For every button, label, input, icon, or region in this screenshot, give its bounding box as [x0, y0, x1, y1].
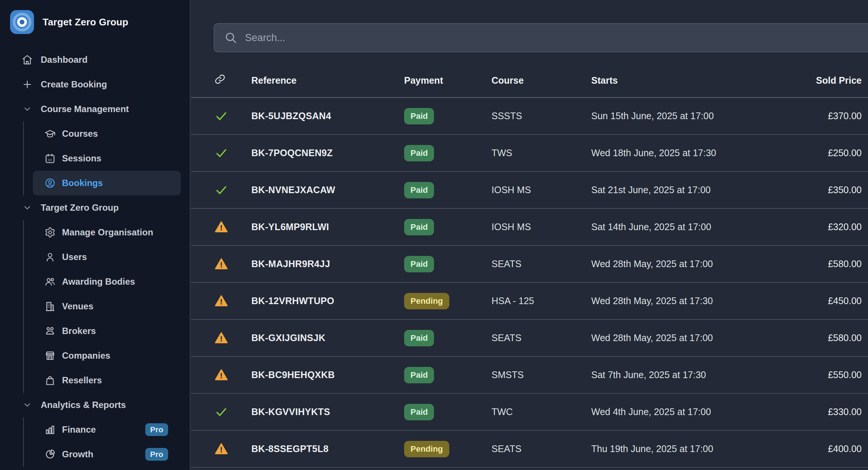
- sidebar-item-label: Brokers: [62, 326, 96, 336]
- payment-status-badge: Paid: [404, 219, 434, 235]
- starts-cell: Sat 21st June, 2025 at 17:00: [591, 185, 772, 195]
- table-row[interactable]: BK-7POQCNEN9Z Paid TWS Wed 18th June, 20…: [191, 135, 868, 172]
- row-status-cell: [214, 331, 251, 345]
- sidebar-item-dashboard[interactable]: Dashboard: [0, 47, 190, 72]
- column-header-starts: Starts: [591, 75, 772, 86]
- booking-reference: BK-KGVVIHYKTS: [251, 406, 404, 417]
- sidebar-item-companies[interactable]: Companies: [33, 343, 181, 368]
- sold-price-cell: £400.00: [772, 443, 862, 454]
- sidebar-item-label: Manage Organisation: [62, 227, 153, 238]
- user-icon: [44, 251, 56, 263]
- starts-cell: Wed 18th June, 2025 at 17:30: [591, 148, 772, 158]
- sidebar-item-label: Bookings: [62, 178, 103, 188]
- booking-reference: BK-YL6MP9RLWI: [251, 222, 404, 232]
- people-group-icon: [44, 325, 56, 337]
- brand: Target Zero Group: [0, 0, 190, 34]
- table-row[interactable]: BK-KGVVIHYKTS Paid TWC Wed 4th June, 202…: [191, 394, 868, 431]
- booking-reference: BK-GXIJGINSJK: [251, 333, 404, 343]
- sidebar-item-awarding-bodies[interactable]: Awarding Bodies: [33, 269, 181, 294]
- store-icon: [44, 350, 56, 362]
- sidebar-item-create-booking[interactable]: Create Booking: [0, 72, 190, 97]
- course-cell: SEATS: [492, 333, 591, 343]
- section-label: Target Zero Group: [41, 202, 119, 213]
- chevron-down-icon: [21, 399, 33, 411]
- row-status-cell: [214, 146, 251, 160]
- check-icon: [214, 183, 228, 197]
- table-row[interactable]: BK-NVNEJXACAW Paid IOSH MS Sat 21st June…: [191, 172, 868, 209]
- starts-cell: Sat 7th June, 2025 at 17:30: [591, 369, 772, 380]
- starts-cell: Wed 28th May, 2025 at 17:00: [591, 333, 772, 343]
- sidebar: Target Zero Group Dashboard Create Booki…: [0, 0, 190, 470]
- payment-status-badge: Paid: [404, 108, 434, 124]
- row-status-cell: [214, 257, 251, 271]
- sidebar-item-users[interactable]: Users: [33, 245, 181, 269]
- sold-price-cell: £370.00: [772, 111, 862, 121]
- user-circle-icon: [44, 177, 56, 189]
- sidebar-item-venues[interactable]: Venues: [33, 294, 181, 319]
- sidebar-section-analytics-reports[interactable]: Analytics & Reports: [0, 393, 190, 417]
- sidebar-item-bookings[interactable]: Bookings: [33, 171, 181, 195]
- starts-cell: Wed 4th June, 2025 at 17:00: [591, 406, 772, 417]
- check-icon: [214, 405, 228, 419]
- table-row[interactable]: BK-8SSEGPT5L8 Pending SEATS Thu 19th Jun…: [191, 431, 868, 468]
- table-row[interactable]: BK-GXIJGINSJK Paid SEATS Wed 28th May, 2…: [191, 320, 868, 357]
- main-content: Reference Payment Course Starts Sold Pri…: [191, 0, 868, 470]
- booking-reference: BK-MAJHR9R4JJ: [251, 259, 404, 269]
- warning-icon: [214, 257, 228, 271]
- calendar-icon: [44, 152, 56, 164]
- organisation-subgroup: Manage Organisation Users Awarding Bodie…: [23, 220, 190, 393]
- sidebar-item-sessions[interactable]: Sessions: [33, 146, 181, 171]
- row-status-cell: [214, 294, 251, 308]
- check-icon: [214, 109, 228, 123]
- sidebar-section-target-zero-group[interactable]: Target Zero Group: [0, 195, 190, 220]
- booking-reference: BK-8SSEGPT5L8: [251, 443, 404, 454]
- warning-icon: [214, 220, 228, 234]
- sidebar-item-label: Users: [62, 252, 87, 262]
- pie-chart-icon: [44, 448, 56, 460]
- sidebar-item-growth[interactable]: Growth Pro: [33, 442, 181, 467]
- column-header-sold-price: Sold Price: [772, 75, 862, 86]
- starts-cell: Wed 28th May, 2025 at 17:30: [591, 296, 772, 306]
- course-management-subgroup: Courses Sessions Bookings: [23, 121, 190, 195]
- payment-status-badge: Paid: [404, 330, 434, 346]
- table-row[interactable]: BK-12VRHWTUPO Pending HSA - 125 Wed 28th…: [191, 283, 868, 320]
- link-icon: [214, 74, 251, 87]
- sidebar-item-courses[interactable]: Courses: [33, 121, 181, 146]
- shopping-bag-icon: [44, 374, 56, 386]
- sidebar-item-label: Companies: [62, 350, 110, 361]
- search-input[interactable]: [245, 32, 868, 44]
- sidebar-item-manage-organisation[interactable]: Manage Organisation: [33, 220, 181, 245]
- course-cell: TWS: [492, 148, 591, 158]
- sold-price-cell: £450.00: [772, 296, 862, 306]
- sidebar-item-resellers[interactable]: Resellers: [33, 368, 181, 393]
- sold-price-cell: £320.00: [772, 222, 862, 232]
- payment-status-badge: Pending: [404, 293, 449, 309]
- sold-price-cell: £550.00: [772, 369, 862, 380]
- warning-icon: [214, 442, 228, 456]
- booking-reference: BK-12VRHWTUPO: [251, 296, 404, 306]
- booking-reference: BK-NVNEJXACAW: [251, 185, 404, 195]
- course-cell: SMSTS: [492, 369, 591, 380]
- booking-reference: BK-5UJBZQSAN4: [251, 111, 404, 121]
- row-status-cell: [214, 368, 251, 382]
- sidebar-item-label: Finance: [62, 424, 96, 435]
- payment-status-badge: Pending: [404, 441, 449, 457]
- table-row[interactable]: BK-YL6MP9RLWI Paid IOSH MS Sat 14th June…: [191, 209, 868, 246]
- home-icon: [21, 54, 33, 66]
- sidebar-item-label: Growth: [62, 449, 93, 460]
- table-row[interactable]: BK-BC9HEHQXKB Paid SMSTS Sat 7th June, 2…: [191, 357, 868, 394]
- course-cell: TWC: [492, 406, 591, 417]
- starts-cell: Wed 28th May, 2025 at 17:00: [591, 259, 772, 269]
- row-status-cell: [214, 442, 251, 456]
- sidebar-item-brokers[interactable]: Brokers: [33, 319, 181, 343]
- column-header-payment: Payment: [404, 75, 492, 86]
- sidebar-item-label: Awarding Bodies: [62, 276, 135, 287]
- payment-status-badge: Paid: [404, 256, 434, 272]
- table-row[interactable]: BK-MAJHR9R4JJ Paid SEATS Wed 28th May, 2…: [191, 246, 868, 283]
- sidebar-item-finance[interactable]: Finance Pro: [33, 417, 181, 442]
- gear-icon: [44, 226, 56, 238]
- app-logo-icon: [10, 10, 34, 34]
- table-row[interactable]: BK-5UJBZQSAN4 Paid SSSTS Sun 15th June, …: [191, 98, 868, 135]
- sidebar-section-course-management[interactable]: Course Management: [0, 97, 190, 121]
- warning-icon: [214, 368, 228, 382]
